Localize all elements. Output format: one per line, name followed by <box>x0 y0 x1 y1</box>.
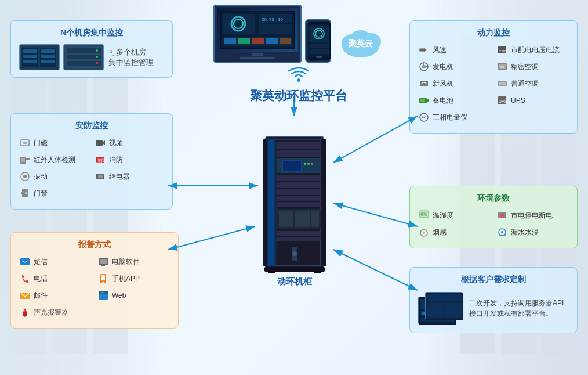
env-smoke: 烟感 <box>418 226 491 238</box>
svg-rect-133 <box>420 81 428 86</box>
cabinet-label: 动环机柜 <box>249 276 339 287</box>
security-item-fire: 消防 消防 <box>95 154 164 165</box>
svg-rect-79 <box>23 49 37 53</box>
web-icon <box>97 290 109 301</box>
svg-text:20: 20 <box>262 17 267 22</box>
power-cut-icon <box>496 210 508 221</box>
temp-humidity-icon: 温湿 <box>418 210 430 221</box>
top-devices-area: 20 79 10 <box>186 5 412 104</box>
svg-rect-39 <box>316 56 322 58</box>
alarm-mobile-app: 手机APP <box>97 273 170 284</box>
svg-rect-71 <box>264 267 325 272</box>
svg-rect-67 <box>277 231 321 236</box>
wind-speed-icon <box>418 44 430 56</box>
svg-rect-31 <box>280 38 291 44</box>
panel-power-title: 动力监控 <box>418 28 569 38</box>
fire-icon: 消防 <box>95 154 106 165</box>
svg-rect-163 <box>427 303 444 317</box>
svg-point-90 <box>96 56 98 58</box>
svg-rect-137 <box>427 99 429 102</box>
power-precision-ac: 精密空调 <box>496 61 569 73</box>
relay-icon <box>95 171 106 182</box>
cloud-icon: 聚英云 <box>337 26 384 63</box>
video-icon <box>95 137 106 149</box>
svg-rect-62 <box>277 202 321 207</box>
svg-rect-22 <box>259 24 292 34</box>
svg-rect-74 <box>267 139 275 266</box>
panel-custom-title: 根据客户需求定制 <box>418 275 569 285</box>
power-energy-meter: 三相电量仪 <box>418 111 491 123</box>
env-water-leak: 漏水水浸 <box>496 226 569 238</box>
panel-security-title: 安防监控 <box>19 121 164 131</box>
water-leak-icon <box>496 226 508 238</box>
n-room-desc1: 可多个机房 <box>108 47 154 57</box>
svg-rect-46 <box>263 139 267 266</box>
platform-title: 聚英动环监控平台 <box>186 88 412 104</box>
alarm-phone: 电话 <box>19 273 92 284</box>
svg-rect-123 <box>24 316 26 317</box>
svg-rect-113 <box>101 275 105 280</box>
svg-rect-30 <box>266 38 278 44</box>
svg-point-57 <box>311 163 313 165</box>
door-mag-icon <box>19 137 31 149</box>
phone-device <box>305 19 331 63</box>
security-item-door-mag: 门磁 <box>19 137 89 149</box>
sms-icon <box>19 256 31 268</box>
power-wind-speed: 风速 <box>418 44 491 56</box>
custom-screen-2 <box>425 292 463 320</box>
vibration-icon <box>19 171 31 182</box>
svg-rect-97 <box>26 158 30 160</box>
power-generator: 发电机 <box>418 61 491 73</box>
svg-text:UPS: UPS <box>499 99 507 103</box>
svg-point-148 <box>423 232 425 234</box>
svg-rect-54 <box>283 161 301 171</box>
svg-rect-81 <box>23 60 37 63</box>
env-temp-humidity: 温湿 温湿度 <box>418 210 491 221</box>
svg-rect-162 <box>427 294 462 301</box>
security-item-vibration: 振动 <box>19 171 89 182</box>
svg-rect-28 <box>238 38 250 44</box>
panel-custom: 根据客户需求定制 <box>409 267 578 333</box>
panel-security: 安防监控 门磁 视频 红外人体检测 <box>10 113 173 210</box>
alarm-email: 邮件 <box>19 290 92 301</box>
svg-point-118 <box>100 292 101 293</box>
svg-rect-135 <box>499 82 506 85</box>
alarm-sms: 短信 <box>19 256 92 268</box>
security-item-relay: 继电器 <box>95 171 164 182</box>
panel-n-room-title: N个机房集中监控 <box>19 28 164 38</box>
access-control-icon <box>19 188 31 199</box>
server-thumbnail-2 <box>63 44 104 70</box>
pc-software-icon <box>97 256 109 268</box>
svg-point-106 <box>25 192 27 194</box>
svg-rect-121 <box>23 312 27 316</box>
svg-rect-110 <box>100 259 107 264</box>
svg-marker-95 <box>103 140 105 145</box>
voltage-icon: 220V <box>496 44 508 56</box>
svg-rect-164 <box>445 303 462 317</box>
phone-icon <box>19 273 31 284</box>
svg-point-91 <box>96 62 98 64</box>
svg-rect-51 <box>277 150 321 157</box>
svg-text:10: 10 <box>278 17 283 22</box>
svg-rect-68 <box>277 237 321 241</box>
svg-point-120 <box>103 292 104 293</box>
mobile-app-icon <box>97 273 109 284</box>
svg-rect-93 <box>23 142 27 144</box>
panel-alarm-title: 报警方式 <box>19 240 170 250</box>
svg-rect-65 <box>295 211 310 227</box>
ups-icon: UPS <box>496 95 508 106</box>
main-container: 20 79 10 <box>0 0 588 375</box>
svg-point-114 <box>103 282 104 283</box>
svg-rect-82 <box>41 49 55 53</box>
svg-text:79: 79 <box>269 17 274 22</box>
svg-point-44 <box>297 79 300 82</box>
svg-rect-47 <box>322 139 326 266</box>
svg-rect-83 <box>41 55 55 58</box>
env-power-cut: 市电停电断电 <box>496 210 569 221</box>
svg-point-150 <box>501 231 503 233</box>
svg-rect-29 <box>252 38 264 44</box>
infrared-icon <box>19 154 31 165</box>
svg-rect-111 <box>101 265 105 266</box>
panel-environment: 环境参数 温湿 温湿度 市电停电断电 <box>409 186 578 248</box>
alarm-light-sound: 声光报警器 <box>19 307 92 318</box>
